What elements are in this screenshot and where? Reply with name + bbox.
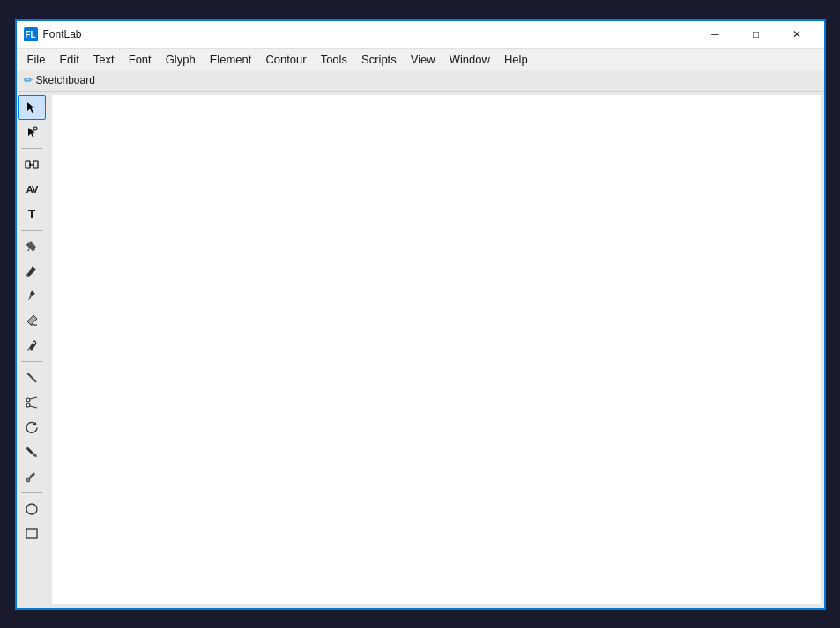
tool-kerning-av[interactable]: AV (18, 177, 46, 202)
svg-line-15 (30, 406, 37, 408)
svg-line-14 (30, 397, 37, 399)
menu-text[interactable]: Text (86, 49, 122, 69)
tab-sketchboard-label[interactable]: Sketchboard (36, 74, 95, 86)
content-area: AV T (17, 92, 824, 608)
svg-line-7 (33, 165, 34, 166)
tool-pen-draw[interactable] (18, 333, 46, 358)
svg-point-13 (26, 403, 30, 407)
tool-kerning[interactable] (18, 152, 46, 177)
svg-point-12 (26, 398, 30, 402)
tool-eyedropper[interactable] (18, 464, 46, 489)
tool-brush[interactable] (18, 259, 46, 284)
svg-line-5 (30, 165, 31, 166)
menu-view[interactable]: View (404, 49, 442, 69)
svg-rect-2 (33, 161, 38, 168)
main-window: FL FontLab ─ □ ✕ File Edit Text Font Gly… (15, 19, 826, 610)
menu-tools[interactable]: Tools (314, 49, 354, 69)
tool-ellipse[interactable] (18, 497, 46, 521)
tool-erase[interactable] (18, 308, 46, 333)
menu-bar: File Edit Text Font Glyph Element Contou… (17, 49, 824, 70)
menu-window[interactable]: Window (442, 49, 497, 69)
minimize-button[interactable]: ─ (695, 20, 736, 48)
tool-scissors[interactable] (18, 390, 46, 415)
svg-rect-16 (28, 472, 35, 479)
tool-rotate[interactable] (18, 415, 46, 440)
tool-pointer-select[interactable] (18, 95, 46, 120)
toolbar-divider-1 (21, 148, 42, 149)
menu-scripts[interactable]: Scripts (354, 49, 404, 69)
menu-glyph[interactable]: Glyph (159, 49, 203, 69)
menu-font[interactable]: Font (122, 49, 159, 69)
svg-rect-1 (26, 161, 30, 168)
window-controls: ─ □ ✕ (695, 20, 817, 48)
canvas-area[interactable] (52, 95, 821, 604)
tool-calligraphy[interactable] (18, 284, 46, 308)
menu-contour[interactable]: Contour (258, 49, 313, 69)
svg-point-0 (33, 127, 37, 130)
tab-bar: ✏ Sketchboard (17, 70, 824, 92)
tab-sketchboard-icon: ✏ (24, 74, 33, 86)
svg-point-11 (33, 342, 35, 344)
close-button[interactable]: ✕ (777, 20, 817, 48)
tool-text[interactable]: T (18, 202, 46, 226)
tool-pencil[interactable] (18, 234, 46, 259)
menu-element[interactable]: Element (203, 49, 259, 69)
svg-point-19 (26, 504, 37, 514)
tool-rectangle[interactable] (18, 521, 46, 546)
toolbar-divider-3 (21, 361, 42, 362)
title-bar: FL FontLab ─ □ ✕ (17, 21, 824, 49)
toolbar: AV T (17, 92, 48, 608)
menu-file[interactable]: File (20, 49, 53, 69)
svg-line-4 (30, 163, 31, 165)
toolbar-divider-4 (21, 492, 42, 493)
tool-node-select[interactable] (18, 120, 46, 144)
svg-rect-20 (26, 529, 37, 538)
menu-help[interactable]: Help (497, 49, 535, 69)
tool-knife[interactable] (18, 366, 46, 390)
menu-edit[interactable]: Edit (52, 49, 85, 69)
app-icon: FL (24, 27, 38, 41)
window-title: FontLab (43, 28, 695, 41)
maximize-button[interactable]: □ (736, 20, 777, 48)
tool-fill[interactable] (18, 440, 46, 464)
toolbar-divider-2 (21, 230, 42, 231)
svg-line-6 (33, 163, 34, 165)
